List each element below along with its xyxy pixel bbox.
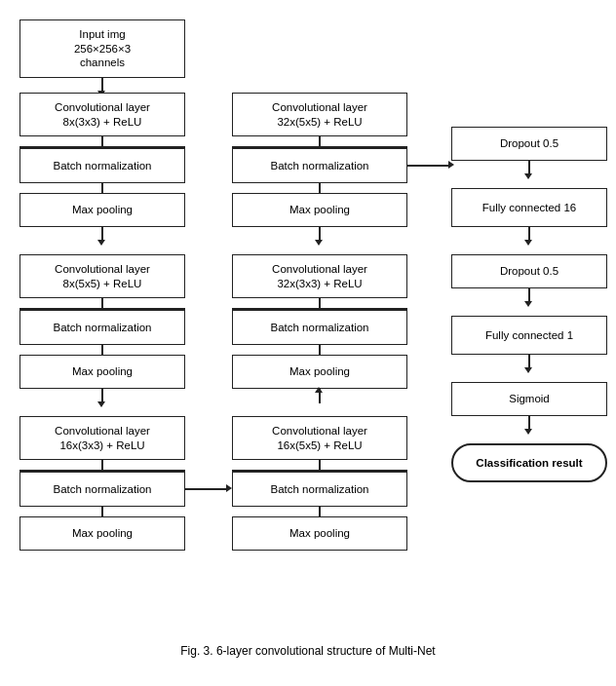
col2-pool1: Max pooling [232,193,407,227]
col1-bn1: Batch normalization [19,146,185,183]
arrow-col1-bn2-pool2 [101,345,103,355]
col3-dropout2: Dropout 0.5 [451,254,607,288]
arrowhead-col1-3 [97,401,105,407]
col1-bn3: Batch normalization [19,470,185,507]
col2-bn2: Batch normalization [232,308,407,345]
arrowhead-col3-5 [524,429,532,435]
input-box: Input img256×256×3channels [19,19,185,78]
col1-pool3: Max pooling [19,516,185,551]
arrow-col2-conv2-bn2 [319,298,321,308]
arrowhead-col3-4 [524,367,532,373]
col2-conv2: Convolutional layer32x(3x3) + ReLU [232,254,407,298]
arrow-col2-bn3-pool3 [319,507,321,516]
arrow-col2-conv3-bn3 [319,460,321,470]
col3-fc1: Fully connected 16 [451,188,607,227]
arrowhead-col2-up [315,387,323,393]
col2-conv1: Convolutional layer32x(5x5) + ReLU [232,93,407,136]
col3-dropout1: Dropout 0.5 [451,127,607,161]
arrow-col2-bn1-col3 [407,165,451,167]
arrow-col1-conv2-bn2 [101,298,103,308]
arrow-col1-conv1-bn1 [101,136,103,146]
col3-result: Classification result [451,443,607,482]
col2-bn1: Batch normalization [232,146,407,183]
diagram-caption: Fig. 3. 6-layer convolutional structure … [10,644,606,658]
arrowhead-col3-1 [524,173,532,179]
arrowhead-col1-2 [97,240,105,246]
arrow-col2-bn2-pool2 [319,345,321,355]
arrowhead-col2-2 [315,240,323,246]
col1-conv3: Convolutional layer16x(3x3) + ReLU [19,416,185,460]
col1-pool2: Max pooling [19,355,185,389]
arrow-col1-bn1-pool1 [101,183,103,193]
col2-pool3: Max pooling [232,516,407,551]
arrowhead-h2 [448,161,454,169]
col1-pool1: Max pooling [19,193,185,227]
arrowhead-col3-2 [524,240,532,246]
col2-conv3: Convolutional layer16x(5x5) + ReLU [232,416,407,460]
col1-bn2: Batch normalization [19,308,185,345]
col2-bn3: Batch normalization [232,470,407,507]
col3-fc2: Fully connected 1 [451,316,607,355]
col2-pool2: Max pooling [232,355,407,389]
col1-conv2: Convolutional layer8x(5x5) + ReLU [19,254,185,298]
neural-network-diagram: Input img256×256×3channels Convolutional… [10,10,606,663]
col3-sigmoid: Sigmoid [451,382,607,416]
arrow-col1-bn3-col2-bn3 [185,488,229,490]
arrow-col2-conv1-bn1 [319,136,321,146]
arrowhead-col3-3 [524,301,532,307]
arrow-col2-bn1-pool1 [319,183,321,193]
arrow-col1-bn3-pool3 [101,507,103,516]
col1-conv1: Convolutional layer8x(3x3) + ReLU [19,93,185,136]
arrow-col1-conv3-bn3 [101,460,103,470]
